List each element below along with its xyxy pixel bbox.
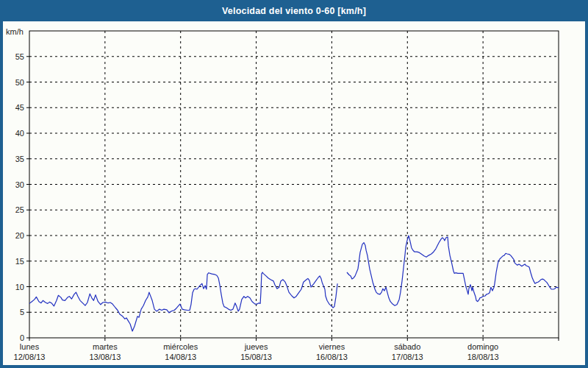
x-date-label: 16/08/13 [316, 353, 348, 361]
x-date-label: 17/08/13 [392, 353, 423, 361]
y-tick-label: 25 [15, 205, 24, 214]
x-day-label: jueves [244, 342, 268, 351]
wind-speed-line [29, 272, 337, 331]
y-tick-label: 10 [15, 283, 24, 291]
x-day-label: martes [93, 342, 118, 351]
y-tick-label: 5 [20, 308, 24, 316]
wind-speed-chart: 0510152025303540455055km/hlunes12/08/13m… [3, 21, 585, 365]
x-day-label: lunes [20, 342, 40, 351]
y-tick-label: 40 [15, 129, 24, 138]
wind-speed-line [347, 236, 559, 305]
x-day-label: miércoles [163, 342, 198, 351]
y-tick-label: 30 [15, 180, 24, 189]
y-tick-label: 55 [15, 52, 24, 61]
x-day-label: domingo [467, 342, 498, 351]
title-bar: Velocidad del viento 0-60 [km/h] [0, 0, 588, 21]
window-frame: Velocidad del viento 0-60 [km/h] 0510152… [0, 0, 588, 368]
x-day-label: viernes [319, 342, 345, 351]
x-date-label: 18/08/13 [467, 353, 499, 361]
x-date-label: 12/08/13 [14, 353, 46, 361]
y-tick-label: 45 [15, 103, 24, 112]
y-tick-label: 50 [15, 78, 24, 87]
x-date-label: 13/08/13 [89, 353, 121, 361]
y-tick-label: 15 [15, 257, 24, 266]
x-date-label: 15/08/13 [240, 353, 272, 361]
y-tick-label: 20 [15, 231, 24, 240]
y-tick-label: 35 [15, 155, 24, 163]
chart-area: 0510152025303540455055km/hlunes12/08/13m… [3, 21, 585, 365]
chart-title: Velocidad del viento 0-60 [km/h] [222, 6, 366, 16]
y-axis-unit-label: km/h [6, 27, 24, 36]
y-tick-label: 0 [20, 333, 24, 342]
x-date-label: 14/08/13 [165, 353, 196, 361]
x-day-label: sábado [394, 342, 420, 351]
